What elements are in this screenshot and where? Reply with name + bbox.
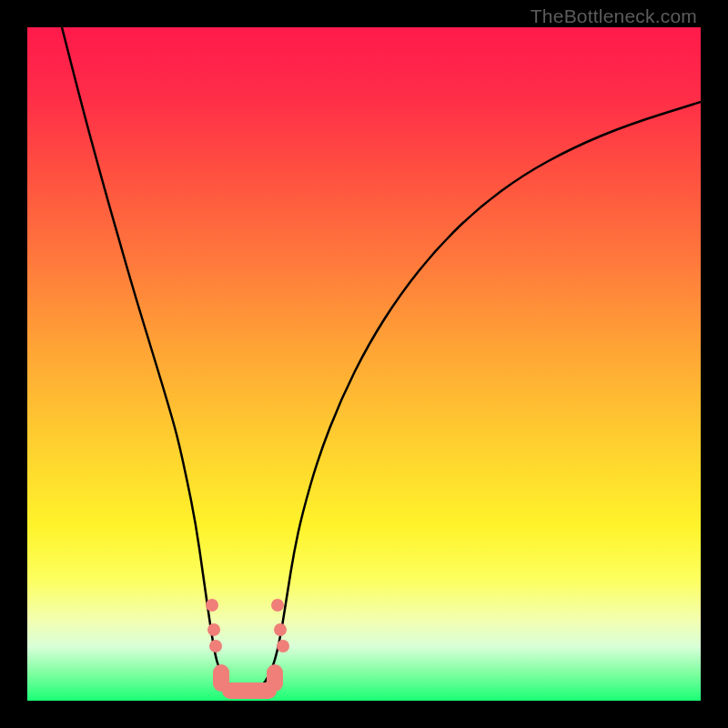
- data-point-marker: [209, 640, 222, 652]
- bottleneck-curve: [27, 27, 701, 701]
- data-point-marker: [277, 640, 289, 652]
- watermark-text: TheBottleneck.com: [531, 5, 697, 27]
- plot-frame: [27, 27, 701, 701]
- data-point-marker: [271, 599, 284, 612]
- data-point-marker: [274, 623, 287, 636]
- data-point-marker: [206, 599, 218, 612]
- data-point-marker: [207, 623, 220, 636]
- minimum-marker: [222, 682, 277, 699]
